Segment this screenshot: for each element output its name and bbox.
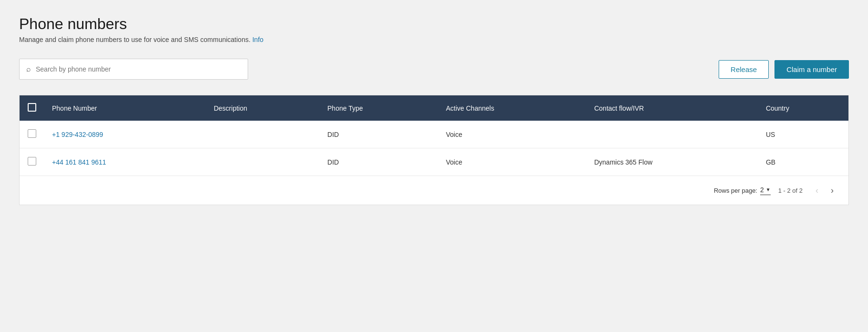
toolbar-buttons: Release Claim a number: [719, 60, 849, 79]
row-phone-number: +44 161 841 9611: [44, 148, 206, 176]
search-box: ⌕: [19, 59, 248, 80]
phone-numbers-table: Phone Number Description Phone Type Acti…: [20, 95, 848, 176]
column-header-active-channels: Active Channels: [438, 95, 586, 121]
pagination-nav: ‹ ›: [810, 184, 839, 197]
row-description: [206, 121, 320, 148]
page-subtitle: Manage and claim phone numbers to use fo…: [19, 36, 849, 43]
row-active-channels: Voice: [438, 148, 586, 176]
table-row: +1 929-432-0899 DID Voice US: [20, 121, 848, 148]
row-description: [206, 148, 320, 176]
row-checkbox-cell: [20, 148, 44, 176]
row-checkbox[interactable]: [28, 129, 36, 138]
column-header-phone-type: Phone Type: [320, 95, 438, 121]
toolbar: ⌕ Release Claim a number: [19, 59, 849, 80]
phone-number-link[interactable]: +44 161 841 9611: [52, 158, 106, 166]
next-page-button[interactable]: ›: [826, 184, 839, 197]
pagination: Rows per page: 2 ▼ 1 - 2 of 2 ‹ ›: [20, 176, 848, 205]
rows-per-page-label: Rows per page:: [714, 187, 757, 194]
row-contact-flow: [586, 121, 758, 148]
pagination-range: 1 - 2 of 2: [778, 187, 803, 194]
row-checkbox[interactable]: [28, 157, 36, 166]
row-active-channels: Voice: [438, 121, 586, 148]
column-header-phone-number: Phone Number: [44, 95, 206, 121]
info-link[interactable]: Info: [252, 36, 263, 43]
search-icon: ⌕: [26, 65, 31, 73]
column-header-checkbox: [20, 95, 44, 121]
phone-number-link[interactable]: +1 929-432-0899: [52, 131, 103, 138]
table-header-row: Phone Number Description Phone Type Acti…: [20, 95, 848, 121]
row-country: US: [758, 121, 848, 148]
release-button[interactable]: Release: [719, 60, 769, 79]
column-header-contact-flow: Contact flow/IVR: [586, 95, 758, 121]
prev-page-button[interactable]: ‹: [810, 184, 824, 197]
table-row: +44 161 841 9611 DID Voice Dynamics 365 …: [20, 148, 848, 176]
row-country: GB: [758, 148, 848, 176]
select-all-checkbox[interactable]: [28, 103, 36, 112]
row-phone-number: +1 929-432-0899: [44, 121, 206, 148]
chevron-down-icon: ▼: [766, 187, 771, 192]
rows-per-page: Rows per page: 2 ▼: [714, 186, 771, 195]
column-header-description: Description: [206, 95, 320, 121]
rows-per-page-value: 2: [760, 186, 764, 194]
row-checkbox-cell: [20, 121, 44, 148]
rows-per-page-select[interactable]: 2 ▼: [760, 186, 771, 195]
row-phone-type: DID: [320, 121, 438, 148]
page-title: Phone numbers: [19, 15, 849, 33]
claim-button[interactable]: Claim a number: [774, 60, 849, 79]
phone-numbers-table-container: Phone Number Description Phone Type Acti…: [19, 95, 849, 205]
row-contact-flow: Dynamics 365 Flow: [586, 148, 758, 176]
column-header-country: Country: [758, 95, 848, 121]
row-phone-type: DID: [320, 148, 438, 176]
search-input[interactable]: [36, 65, 241, 73]
